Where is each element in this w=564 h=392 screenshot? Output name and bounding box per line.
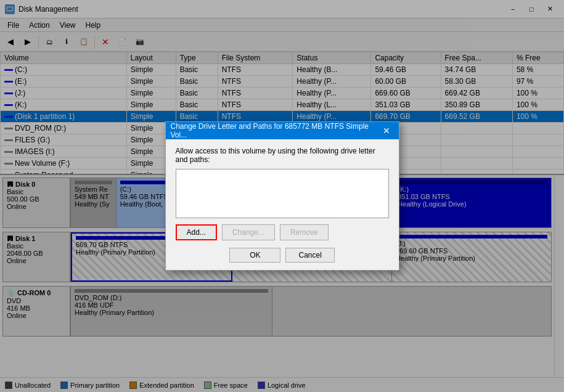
dialog-add-button[interactable]: Add... — [176, 224, 217, 240]
dialog-listbox[interactable] — [176, 169, 389, 218]
dialog-ok-cancel: OK Cancel — [176, 248, 389, 263]
dialog-action-buttons: Add... Change... Remove — [176, 224, 389, 240]
dialog-close-button[interactable]: ✕ — [379, 123, 393, 138]
dialog-remove-button[interactable]: Remove — [280, 224, 329, 240]
dialog-change-button[interactable]: Change... — [222, 224, 275, 240]
dialog-title-bar: Change Drive Letter and Paths for 685772… — [166, 122, 399, 139]
dialog-body: Allow access to this volume by using the… — [166, 139, 399, 270]
dialog-description: Allow access to this volume by using the… — [176, 147, 389, 164]
dialog-title: Change Drive Letter and Paths for 685772… — [171, 122, 380, 139]
dialog-overlay: Change Drive Letter and Paths for 685772… — [0, 0, 564, 392]
change-drive-letter-dialog: Change Drive Letter and Paths for 685772… — [165, 121, 399, 271]
dialog-ok-button[interactable]: OK — [229, 248, 280, 263]
dialog-cancel-button[interactable]: Cancel — [285, 248, 334, 263]
